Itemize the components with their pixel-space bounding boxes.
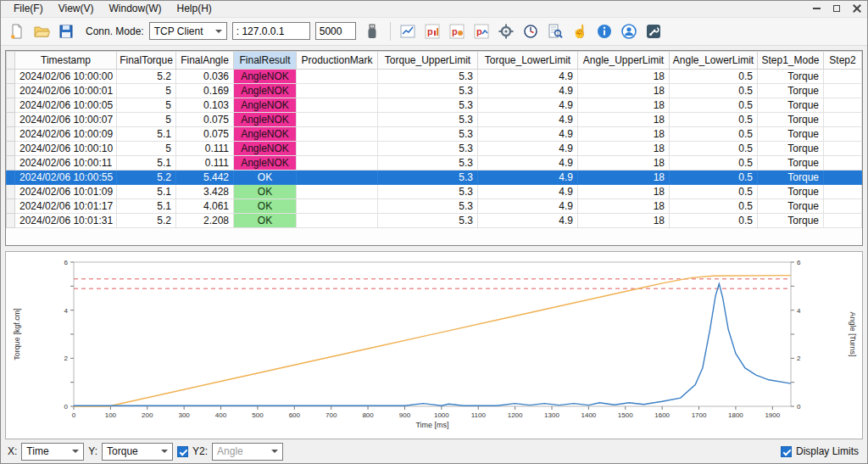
table-cell[interactable]: 5.3 <box>378 213 478 227</box>
table-cell[interactable] <box>297 155 378 170</box>
table-cell[interactable]: Torque <box>758 98 824 112</box>
table-cell[interactable] <box>824 112 862 126</box>
table-cell[interactable]: 0.5 <box>670 141 758 155</box>
table-cell[interactable]: 2024/02/06 10:00:10 <box>15 141 117 155</box>
table-cell[interactable]: 0.5 <box>670 98 758 112</box>
row-header[interactable] <box>7 98 15 112</box>
table-cell[interactable]: 0.5 <box>670 112 758 126</box>
table-cell[interactable]: 0.103 <box>176 98 234 112</box>
menu-file[interactable]: File(F) <box>6 1 51 16</box>
table-cell[interactable]: 0.169 <box>176 83 234 98</box>
open-folder-button[interactable] <box>30 20 53 42</box>
col-timestamp[interactable]: Timestamp <box>15 51 117 69</box>
report-p-red-button[interactable]: p <box>421 20 444 42</box>
table-cell[interactable]: AngleNOK <box>234 112 297 126</box>
table-cell[interactable]: 18 <box>578 155 670 170</box>
table-cell[interactable]: 0.5 <box>670 170 758 184</box>
user-button[interactable] <box>618 20 641 42</box>
table-cell[interactable]: 0.5 <box>670 213 758 227</box>
table-cell[interactable]: 5.3 <box>378 126 478 141</box>
clock-gauge-button[interactable] <box>520 20 542 42</box>
table-cell[interactable]: 4.9 <box>478 213 578 227</box>
table-cell[interactable]: Torque <box>758 155 824 170</box>
table-cell[interactable]: 18 <box>578 198 670 213</box>
table-cell[interactable]: 5.1 <box>117 198 176 213</box>
table-cell[interactable]: 18 <box>578 126 670 141</box>
table-cell[interactable] <box>824 155 862 170</box>
table-cell[interactable]: 18 <box>578 184 670 198</box>
table-cell[interactable]: 5.3 <box>378 155 478 170</box>
table-cell[interactable]: Torque <box>758 198 824 213</box>
display-limits-checkbox[interactable] <box>781 446 792 457</box>
table-cell[interactable]: 2024/02/06 10:01:09 <box>15 184 117 198</box>
table-cell[interactable]: AngleNOK <box>234 141 297 155</box>
col-angle-lower-limit[interactable]: Angle_LowerLimit <box>670 51 758 69</box>
table-row[interactable]: 2024/02/06 10:00:0750.075AngleNOK5.34.91… <box>7 112 862 126</box>
table-cell[interactable]: Torque <box>758 170 824 184</box>
y2-axis-select[interactable]: Angle <box>212 443 283 461</box>
row-header[interactable] <box>7 170 15 184</box>
table-cell[interactable]: 18 <box>578 170 670 184</box>
table-cell[interactable] <box>824 184 862 198</box>
table-cell[interactable]: 4.9 <box>478 83 578 98</box>
new-file-button[interactable] <box>5 20 28 42</box>
table-cell[interactable]: AngleNOK <box>234 98 297 112</box>
table-cell[interactable] <box>824 69 862 83</box>
save-button[interactable] <box>54 20 77 42</box>
table-cell[interactable]: 5.3 <box>378 141 478 155</box>
table-cell[interactable] <box>824 83 862 98</box>
table-cell[interactable]: 0.5 <box>670 69 758 83</box>
table-cell[interactable] <box>297 83 378 98</box>
table-cell[interactable]: 0.036 <box>176 69 234 83</box>
table-cell[interactable]: 5.1 <box>117 184 176 198</box>
row-header[interactable] <box>7 83 15 98</box>
table-cell[interactable]: 4.9 <box>478 198 578 213</box>
table-cell[interactable]: 2024/02/06 10:00:09 <box>15 126 117 141</box>
table-cell[interactable] <box>824 141 862 155</box>
table-cell[interactable]: 2024/02/06 10:01:17 <box>15 198 117 213</box>
table-cell[interactable]: Torque <box>758 69 824 83</box>
table-cell[interactable]: 2024/02/06 10:00:07 <box>15 112 117 126</box>
table-cell[interactable]: 0.5 <box>670 184 758 198</box>
table-cell[interactable]: 4.9 <box>478 184 578 198</box>
ip-input[interactable] <box>232 22 310 40</box>
table-cell[interactable]: 4.9 <box>478 170 578 184</box>
table-cell[interactable]: 2024/02/06 10:01:31 <box>15 213 117 227</box>
row-header[interactable] <box>7 112 15 126</box>
table-cell[interactable]: AngleNOK <box>234 69 297 83</box>
col-final-angle[interactable]: FinalAngle <box>176 51 234 69</box>
table-cell[interactable] <box>297 69 378 83</box>
table-row[interactable]: 2024/02/06 10:00:095.10.075AngleNOK5.34.… <box>7 126 862 141</box>
table-cell[interactable]: 5.3 <box>378 83 478 98</box>
table-row[interactable]: 2024/02/06 10:00:115.10.111AngleNOK5.34.… <box>7 155 862 170</box>
x-axis-select[interactable]: Time <box>21 443 84 461</box>
table-cell[interactable]: 18 <box>578 112 670 126</box>
table-cell[interactable]: 5.1 <box>117 126 176 141</box>
minimize-button[interactable] <box>806 1 826 16</box>
table-cell[interactable]: 2024/02/06 10:00:05 <box>15 98 117 112</box>
table-cell[interactable]: OK <box>234 198 297 213</box>
table-cell[interactable] <box>824 98 862 112</box>
table-cell[interactable] <box>824 170 862 184</box>
table-row[interactable]: 2024/02/06 10:00:0550.103AngleNOK5.34.91… <box>7 98 862 112</box>
table-cell[interactable]: 0.5 <box>670 126 758 141</box>
conn-mode-select[interactable]: TCP Client <box>149 22 227 40</box>
table-cell[interactable]: 18 <box>578 141 670 155</box>
table-cell[interactable] <box>297 126 378 141</box>
table-row[interactable]: 2024/02/06 10:01:315.22.208OK5.34.9180.5… <box>7 213 862 227</box>
table-cell[interactable]: 4.9 <box>478 155 578 170</box>
table-cell[interactable]: 2024/02/06 10:00:11 <box>15 155 117 170</box>
table-cell[interactable]: 0.075 <box>176 126 234 141</box>
table-cell[interactable]: OK <box>234 184 297 198</box>
table-cell[interactable]: 4.9 <box>478 98 578 112</box>
table-cell[interactable]: 0.5 <box>670 198 758 213</box>
table-row[interactable]: 2024/02/06 10:00:0150.169AngleNOK5.34.91… <box>7 83 862 98</box>
report-p-blue-button[interactable]: p <box>470 20 493 42</box>
table-cell[interactable]: 5.3 <box>378 69 478 83</box>
col-final-torque[interactable]: FinalTorque <box>117 51 176 69</box>
table-cell[interactable]: 4.9 <box>478 126 578 141</box>
table-cell[interactable] <box>297 112 378 126</box>
report-p-orange-button[interactable]: p <box>446 20 469 42</box>
table-cell[interactable]: Torque <box>758 184 824 198</box>
table-cell[interactable]: 18 <box>578 83 670 98</box>
